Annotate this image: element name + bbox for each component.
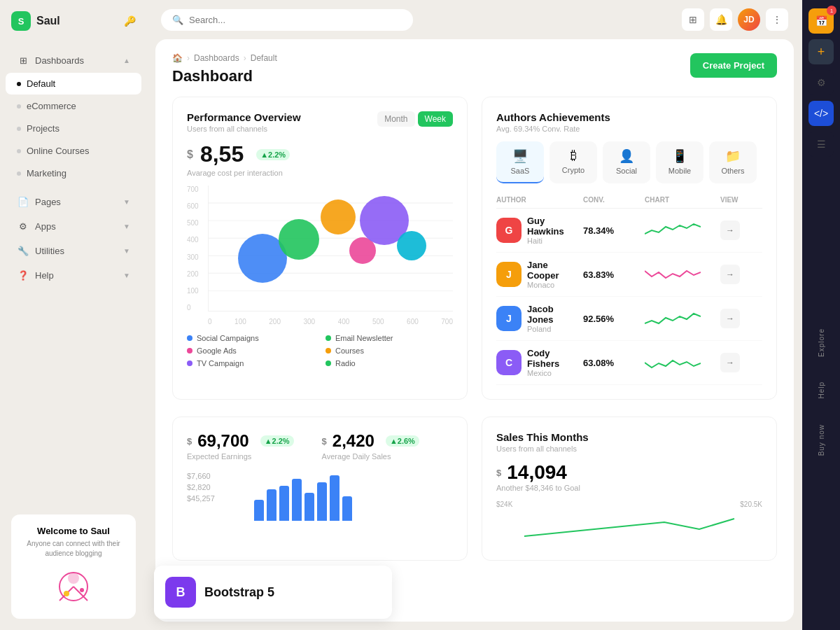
y-axis-labels: 7006005004003002001000	[187, 186, 208, 312]
sidebar-item-apps[interactable]: ⚙ Apps ▼	[6, 214, 141, 238]
sidebar-item-online-courses[interactable]: Online Courses	[6, 140, 141, 162]
table-header: AUTHOR CONV. CHART VIEW	[496, 192, 762, 209]
legend-google-ads: Google Ads	[187, 346, 314, 355]
sidebar-item-ecommerce[interactable]: eCommerce	[6, 95, 141, 117]
mini-chart	[645, 352, 701, 373]
add-btn[interactable]: +	[808, 39, 834, 64]
author-info: J Jacob Jones Poland	[496, 304, 578, 333]
topbar-avatar[interactable]: JD	[738, 8, 760, 31]
authors-table: AUTHOR CONV. CHART VIEW G Guy Hawkins Ha…	[496, 192, 762, 385]
sidebar-item-marketing[interactable]: Marketing	[6, 162, 141, 184]
authors-title: Authors Achievements	[496, 111, 610, 123]
nav-label-help: Help	[35, 270, 54, 281]
footer-title: Welcome to Saul	[20, 526, 127, 536]
metric-label: Avarage cost per interaction	[187, 169, 453, 177]
legend-radio: Radio	[326, 359, 453, 368]
breadcrumb-sep2: ›	[244, 53, 246, 63]
bar	[267, 489, 276, 521]
nav-dot	[17, 149, 21, 153]
author-name: Jacob Jones	[527, 304, 578, 325]
performance-title: Performance Overview	[187, 111, 301, 123]
chevron-down-icon: ▼	[123, 247, 130, 255]
footer-welcome-card: Welcome to Saul Anyone can connect with …	[11, 514, 136, 619]
nav-dot	[17, 104, 21, 108]
nav-label-pages: Pages	[35, 197, 61, 207]
sidebar-toggle-icon[interactable]: 🔑	[124, 15, 136, 27]
sidebar-item-utilities[interactable]: 🔧 Utilities ▼	[6, 239, 141, 262]
sidebar-item-pages[interactable]: 📄 Pages ▼	[6, 190, 141, 214]
bar	[342, 496, 352, 521]
row-value-2: $2,820	[187, 483, 243, 491]
footer-subtitle: Anyone can connect with their audience b…	[20, 539, 127, 559]
sales-metric: 14,094	[507, 461, 567, 484]
bar-chart	[254, 472, 453, 521]
svg-point-4	[64, 591, 69, 596]
topbar-grid-btn[interactable]: ⊞	[682, 8, 704, 31]
tab-social-label: Social	[616, 167, 637, 175]
author-country: Mexico	[527, 369, 578, 377]
tab-saas[interactable]: 🖥️ SaaS	[496, 141, 544, 183]
y-label-2: $20.5K	[740, 500, 762, 508]
breadcrumb-current: Default	[251, 53, 277, 63]
sidebar-item-dashboards[interactable]: ⊞ Dashboards ▲	[6, 48, 141, 72]
tab-social[interactable]: 👤 Social	[603, 141, 650, 183]
menu-btn[interactable]: ☰	[808, 132, 834, 157]
avg-sales-label: Average Daily Sales	[322, 452, 419, 461]
nav-dot	[17, 127, 21, 131]
settings-icon: ⚙	[817, 77, 826, 88]
metric-value: 8,55	[200, 141, 244, 167]
tab-mobile[interactable]: 📱 Mobile	[656, 141, 704, 183]
sidebar-logo: S Saul	[11, 11, 60, 31]
view-button[interactable]: →	[720, 220, 740, 240]
topbar-right: ⊞ 🔔 JD ⋮	[682, 8, 788, 31]
conv-value: 92.56%	[583, 314, 639, 324]
tab-month[interactable]: Month	[377, 111, 414, 127]
search-box[interactable]: 🔍	[161, 9, 413, 31]
create-project-button[interactable]: Create Project	[690, 53, 777, 78]
right-toolbar: 📅 1 + ⚙ </> ☰ Explore Help Buy now	[802, 0, 840, 630]
content-header: 🏠 › Dashboards › Default Dashboard Creat…	[155, 39, 794, 97]
mini-chart	[645, 264, 701, 285]
y-label-1: $24K	[496, 500, 512, 508]
view-button[interactable]: →	[720, 309, 740, 328]
topbar-menu-btn[interactable]: ⋮	[766, 8, 788, 31]
bar	[317, 482, 327, 521]
table-row: C Cody Fishers Mexico 63.08% →	[496, 341, 762, 385]
nav-label-marketing: Marketing	[27, 168, 66, 178]
breadcrumb-dashboards[interactable]: Dashboards	[194, 53, 239, 63]
nav-label-ecommerce: eCommerce	[27, 101, 76, 111]
author-country: Haiti	[527, 237, 578, 245]
sidebar-item-help[interactable]: ❓ Help ▼	[6, 263, 141, 287]
search-input[interactable]	[189, 15, 402, 25]
plus-icon: +	[818, 45, 825, 59]
bottom-grid: $ 69,700 ▲2.2% Expected Earnings $ 2,420…	[155, 416, 794, 578]
topbar-notification-btn[interactable]: 🔔	[710, 8, 732, 31]
view-button[interactable]: →	[720, 265, 740, 284]
buy-now-label[interactable]: Buy now	[818, 420, 825, 460]
tab-saas-label: SaaS	[511, 167, 530, 175]
calendar-btn[interactable]: 📅 1	[808, 8, 834, 34]
settings-btn[interactable]: ⚙	[808, 70, 834, 95]
bar	[279, 486, 289, 521]
help-label[interactable]: Help	[818, 377, 825, 403]
mobile-icon: 📱	[672, 148, 687, 164]
code-btn[interactable]: </>	[808, 101, 834, 126]
sidebar-item-projects[interactable]: Projects	[6, 118, 141, 139]
view-button[interactable]: →	[720, 353, 740, 372]
chevron-down-icon: ▼	[123, 223, 130, 230]
tab-others[interactable]: 📁 Others	[709, 141, 757, 183]
sidebar-item-default[interactable]: Default	[6, 73, 141, 94]
chart-area	[208, 186, 453, 312]
content-area: 🏠 › Dashboards › Default Dashboard Creat…	[155, 39, 794, 622]
tab-week[interactable]: Week	[418, 111, 453, 127]
bubble-chart: 7006005004003002001000	[187, 186, 453, 326]
sidebar-nav: ⊞ Dashboards ▲ Default eCommerce Project…	[0, 42, 147, 503]
metric-dollar: $	[187, 148, 193, 161]
sales-chart	[496, 508, 762, 543]
avg-daily-sales: 2,420	[332, 431, 374, 451]
authors-header: Authors Achievements Avg. 69.34% Conv. R…	[496, 111, 762, 133]
tab-crypto[interactable]: ₿ Crypto	[550, 141, 597, 183]
topbar: 🔍 ⊞ 🔔 JD ⋮	[147, 0, 802, 39]
page-title: Dashboard	[172, 67, 277, 85]
explore-label[interactable]: Explore	[818, 324, 825, 361]
